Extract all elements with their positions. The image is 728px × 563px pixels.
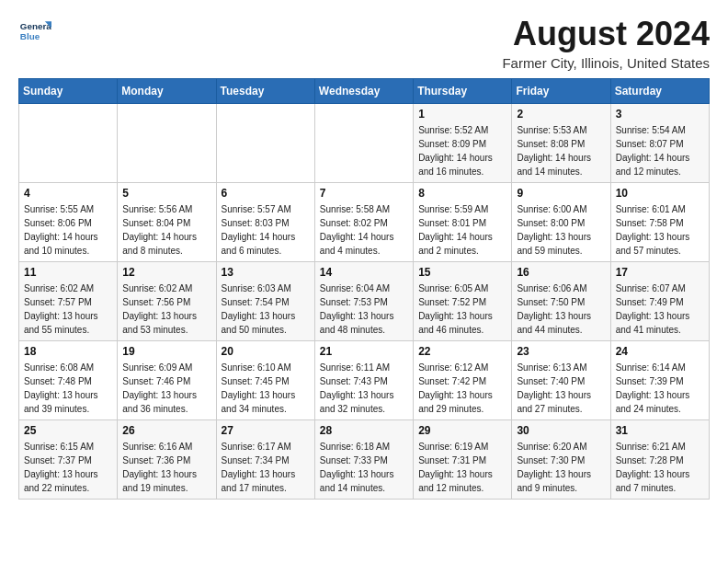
day-info: Sunrise: 6:13 AM Sunset: 7:40 PM Dayligh… [517, 361, 605, 416]
day-info: Sunrise: 6:00 AM Sunset: 8:00 PM Dayligh… [517, 202, 605, 258]
logo: General Blue [18, 15, 51, 48]
day-info: Sunrise: 6:21 AM Sunset: 7:28 PM Dayligh… [616, 440, 704, 495]
day-number: 10 [616, 187, 704, 200]
day-number: 4 [24, 187, 112, 200]
day-header-wednesday: Wednesday [314, 79, 413, 104]
day-info: Sunrise: 6:12 AM Sunset: 7:42 PM Dayligh… [418, 361, 506, 416]
calendar-cell [19, 104, 118, 183]
day-number: 22 [418, 345, 506, 358]
day-info: Sunrise: 6:08 AM Sunset: 7:48 PM Dayligh… [24, 361, 112, 416]
day-number: 21 [320, 345, 408, 358]
day-number: 1 [418, 108, 506, 121]
calendar-cell: 6Sunrise: 5:57 AM Sunset: 8:03 PM Daylig… [216, 183, 314, 262]
calendar-cell: 16Sunrise: 6:06 AM Sunset: 7:50 PM Dayli… [512, 262, 610, 341]
calendar-cell: 1Sunrise: 5:52 AM Sunset: 8:09 PM Daylig… [414, 104, 512, 183]
day-number: 24 [616, 345, 704, 358]
day-number: 23 [517, 345, 605, 358]
day-info: Sunrise: 6:01 AM Sunset: 7:58 PM Dayligh… [616, 202, 704, 258]
day-info: Sunrise: 6:20 AM Sunset: 7:30 PM Dayligh… [517, 440, 605, 495]
calendar-cell: 3Sunrise: 5:54 AM Sunset: 8:07 PM Daylig… [610, 104, 709, 183]
day-info: Sunrise: 6:16 AM Sunset: 7:36 PM Dayligh… [122, 440, 210, 495]
day-header-saturday: Saturday [610, 79, 709, 104]
calendar-cell [216, 104, 314, 183]
day-info: Sunrise: 5:56 AM Sunset: 8:04 PM Dayligh… [122, 202, 210, 258]
day-number: 16 [517, 266, 605, 279]
calendar-cell: 14Sunrise: 6:04 AM Sunset: 7:53 PM Dayli… [314, 262, 413, 341]
title-block: August 2024 Farmer City, Illinois, Unite… [502, 15, 710, 71]
day-number: 6 [222, 187, 310, 200]
calendar-cell: 28Sunrise: 6:18 AM Sunset: 7:33 PM Dayli… [314, 420, 413, 500]
day-info: Sunrise: 6:17 AM Sunset: 7:34 PM Dayligh… [222, 440, 310, 495]
day-header-thursday: Thursday [414, 79, 512, 104]
calendar-cell [118, 104, 216, 183]
calendar-cell [314, 104, 413, 183]
calendar-cell: 31Sunrise: 6:21 AM Sunset: 7:28 PM Dayli… [610, 420, 709, 500]
day-info: Sunrise: 6:02 AM Sunset: 7:57 PM Dayligh… [24, 282, 112, 337]
week-row-5: 25Sunrise: 6:15 AM Sunset: 7:37 PM Dayli… [19, 420, 710, 500]
day-info: Sunrise: 6:14 AM Sunset: 7:39 PM Dayligh… [616, 361, 704, 416]
day-info: Sunrise: 6:04 AM Sunset: 7:53 PM Dayligh… [320, 282, 408, 337]
day-number: 27 [222, 424, 310, 437]
calendar-cell: 4Sunrise: 5:55 AM Sunset: 8:06 PM Daylig… [19, 183, 118, 262]
day-number: 14 [320, 266, 408, 279]
day-number: 31 [616, 424, 704, 437]
day-number: 25 [24, 424, 112, 437]
calendar-cell: 24Sunrise: 6:14 AM Sunset: 7:39 PM Dayli… [610, 341, 709, 420]
day-info: Sunrise: 6:18 AM Sunset: 7:33 PM Dayligh… [320, 440, 408, 495]
calendar-cell: 17Sunrise: 6:07 AM Sunset: 7:49 PM Dayli… [610, 262, 709, 341]
day-number: 20 [222, 345, 310, 358]
month-title: August 2024 [502, 15, 710, 53]
calendar-cell: 21Sunrise: 6:11 AM Sunset: 7:43 PM Dayli… [314, 341, 413, 420]
calendar-cell: 13Sunrise: 6:03 AM Sunset: 7:54 PM Dayli… [216, 262, 314, 341]
day-number: 12 [122, 266, 210, 279]
day-info: Sunrise: 6:03 AM Sunset: 7:54 PM Dayligh… [222, 282, 310, 337]
day-info: Sunrise: 6:15 AM Sunset: 7:37 PM Dayligh… [24, 440, 112, 495]
day-number: 8 [418, 187, 506, 200]
logo-icon: General Blue [18, 15, 51, 48]
day-number: 9 [517, 187, 605, 200]
page-header: General Blue August 2024 Farmer City, Il… [18, 15, 710, 71]
day-info: Sunrise: 5:55 AM Sunset: 8:06 PM Dayligh… [24, 202, 112, 258]
svg-text:Blue: Blue [20, 31, 40, 41]
day-number: 19 [122, 345, 210, 358]
day-header-friday: Friday [512, 79, 610, 104]
day-number: 17 [616, 266, 704, 279]
calendar-cell: 30Sunrise: 6:20 AM Sunset: 7:30 PM Dayli… [512, 420, 610, 500]
week-row-2: 4Sunrise: 5:55 AM Sunset: 8:06 PM Daylig… [19, 183, 710, 262]
day-number: 13 [222, 266, 310, 279]
day-header-sunday: Sunday [19, 79, 118, 104]
day-info: Sunrise: 6:19 AM Sunset: 7:31 PM Dayligh… [418, 440, 506, 495]
calendar-cell: 27Sunrise: 6:17 AM Sunset: 7:34 PM Dayli… [216, 420, 314, 500]
calendar-cell: 15Sunrise: 6:05 AM Sunset: 7:52 PM Dayli… [414, 262, 512, 341]
day-number: 18 [24, 345, 112, 358]
day-number: 7 [320, 187, 408, 200]
calendar-cell: 12Sunrise: 6:02 AM Sunset: 7:56 PM Dayli… [118, 262, 216, 341]
day-header-tuesday: Tuesday [216, 79, 314, 104]
day-number: 15 [418, 266, 506, 279]
calendar-cell: 25Sunrise: 6:15 AM Sunset: 7:37 PM Dayli… [19, 420, 118, 500]
day-number: 3 [616, 108, 704, 121]
calendar-cell: 19Sunrise: 6:09 AM Sunset: 7:46 PM Dayli… [118, 341, 216, 420]
day-info: Sunrise: 5:57 AM Sunset: 8:03 PM Dayligh… [222, 202, 310, 258]
day-info: Sunrise: 6:09 AM Sunset: 7:46 PM Dayligh… [122, 361, 210, 416]
calendar-table: SundayMondayTuesdayWednesdayThursdayFrid… [18, 78, 710, 500]
week-row-1: 1Sunrise: 5:52 AM Sunset: 8:09 PM Daylig… [19, 104, 710, 183]
day-header-monday: Monday [118, 79, 216, 104]
day-info: Sunrise: 5:58 AM Sunset: 8:02 PM Dayligh… [320, 202, 408, 258]
day-number: 30 [517, 424, 605, 437]
day-number: 11 [24, 266, 112, 279]
day-info: Sunrise: 5:52 AM Sunset: 8:09 PM Dayligh… [418, 123, 506, 178]
day-number: 29 [418, 424, 506, 437]
day-info: Sunrise: 6:06 AM Sunset: 7:50 PM Dayligh… [517, 282, 605, 337]
day-number: 2 [517, 108, 605, 121]
calendar-cell: 29Sunrise: 6:19 AM Sunset: 7:31 PM Dayli… [414, 420, 512, 500]
day-info: Sunrise: 6:10 AM Sunset: 7:45 PM Dayligh… [222, 361, 310, 416]
calendar-cell: 11Sunrise: 6:02 AM Sunset: 7:57 PM Dayli… [19, 262, 118, 341]
day-info: Sunrise: 6:05 AM Sunset: 7:52 PM Dayligh… [418, 282, 506, 337]
calendar-cell: 18Sunrise: 6:08 AM Sunset: 7:48 PM Dayli… [19, 341, 118, 420]
day-info: Sunrise: 6:02 AM Sunset: 7:56 PM Dayligh… [122, 282, 210, 337]
calendar-cell: 2Sunrise: 5:53 AM Sunset: 8:08 PM Daylig… [512, 104, 610, 183]
week-row-4: 18Sunrise: 6:08 AM Sunset: 7:48 PM Dayli… [19, 341, 710, 420]
location-title: Farmer City, Illinois, United States [502, 55, 710, 71]
week-row-3: 11Sunrise: 6:02 AM Sunset: 7:57 PM Dayli… [19, 262, 710, 341]
